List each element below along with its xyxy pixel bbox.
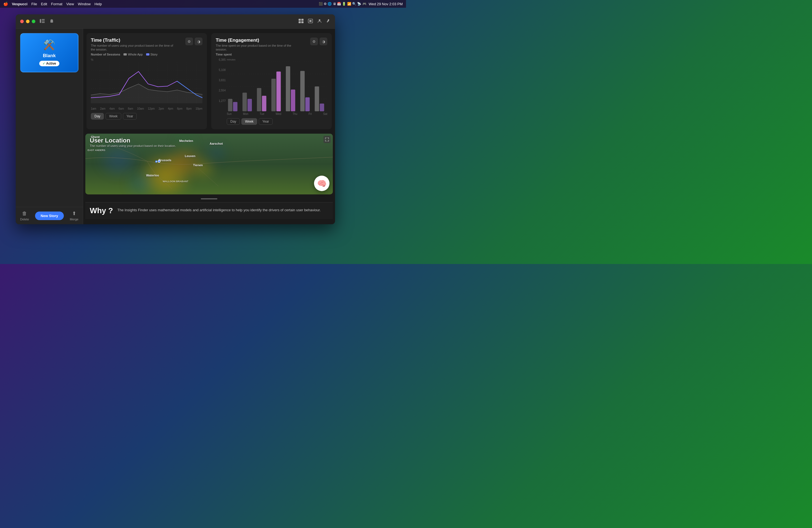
traffic-x-labels: 1am 2am 4am 6am 8am 10am 12pm 2pm 4pm 6p… (91, 107, 202, 110)
x-label-11: 10pm (195, 107, 202, 110)
hammer-icon[interactable] (326, 19, 331, 24)
badge-label: Active (46, 62, 56, 65)
user-location-panel: Ghent Mechelen Aarschot Brussels Leuven … (85, 134, 333, 194)
engagement-chart-actions: ⚙ ◑ (310, 38, 327, 45)
x-label-2: 4am (110, 107, 115, 110)
svg-rect-4 (299, 19, 301, 21)
traffic-contrast-button[interactable]: ◑ (195, 38, 202, 45)
engagement-year-filter[interactable]: Year (259, 118, 273, 125)
charts-row: Time (Traffic) The number of users using… (83, 29, 335, 131)
traffic-chart-legend: Number of Sessions Whole App Story (91, 53, 202, 56)
svg-rect-5 (301, 19, 304, 21)
brussels-dot (155, 160, 157, 163)
main-content: Time (Traffic) The number of users using… (83, 29, 335, 224)
legend-story-label: Story (150, 53, 158, 56)
map-title: User Location (90, 137, 176, 144)
engagement-y-axis: 6,385 5,108 3,831 2,554 1,277 (216, 58, 226, 108)
svg-point-10 (319, 19, 320, 21)
grid-view-icon[interactable] (299, 19, 304, 24)
app-body: ⚒️ Blank ✓ Active 🗑 Delete New Story ⬆ M… (16, 29, 335, 224)
waterloo-label: Waterloo (146, 174, 159, 177)
traffic-y-label: % (91, 58, 202, 61)
x-label-6: 12pm (148, 107, 155, 110)
menu-edit[interactable]: Edit (41, 2, 47, 6)
maximize-button[interactable] (32, 19, 35, 23)
traffic-chart-panel: Time (Traffic) The number of users using… (86, 33, 207, 129)
menu-format[interactable]: Format (51, 2, 62, 6)
brain-icon: 🧠 (317, 179, 327, 188)
delete-label: Delete (20, 218, 29, 221)
close-button[interactable] (20, 19, 24, 23)
sidebar-bottom: 🗑 Delete New Story ⬆ Merge (16, 207, 83, 224)
system-icons: ⬛ ⚙ 🌐 🖥 📅 🔋 📶 🔍 📡 🎮 (319, 2, 366, 6)
y-val-4: 1,277 (216, 99, 226, 102)
menu-help[interactable]: Help (95, 2, 102, 6)
app-window: ⚒️ Blank ✓ Active 🗑 Delete New Story ⬆ M… (16, 14, 335, 224)
app-name[interactable]: Vespucci (12, 2, 27, 6)
eng-x-5: Fri (308, 113, 312, 115)
x-label-8: 4pm (168, 107, 173, 110)
traffic-chart-title: Time (Traffic) (91, 38, 174, 43)
engagement-section-label: Time spent (216, 53, 327, 56)
frame-icon[interactable] (308, 19, 313, 24)
eng-x-2: Tue (260, 113, 264, 115)
menu-file[interactable]: File (31, 2, 37, 6)
minimize-button[interactable] (26, 19, 30, 23)
engagement-x-labels: Sun Mon Tue Wed Thu Fri Sat (227, 113, 327, 115)
svg-rect-3 (42, 22, 45, 23)
new-story-button[interactable]: New Story (35, 211, 64, 220)
traffic-line-chart (91, 62, 202, 106)
brain-button[interactable]: 🧠 (314, 176, 330, 191)
svg-rect-7 (301, 21, 304, 23)
traffic-time-filters: Day Week Year (91, 113, 202, 120)
svg-rect-33 (233, 102, 237, 111)
traffic-chart-actions: ⚙ ◑ (185, 38, 202, 45)
sidebar-toggle-icon[interactable] (40, 19, 45, 24)
svg-rect-32 (228, 99, 233, 111)
traffic-chart-info: Time (Traffic) The number of users using… (91, 38, 174, 52)
engagement-chart-panel: Time (Engagement) The time spent on your… (211, 33, 332, 129)
eng-x-3: Wed (276, 113, 281, 115)
traffic-day-filter[interactable]: Day (91, 113, 104, 120)
menu-view[interactable]: View (66, 2, 74, 6)
x-label-0: 1am (91, 107, 96, 110)
mechelen-label: Mechelen (179, 139, 193, 143)
apple-logo-icon[interactable]: 🍎 (3, 2, 8, 6)
why-text: The Insights Finder uses mathematical mo… (117, 206, 321, 213)
x-label-1: 2am (100, 107, 105, 110)
menu-window[interactable]: Window (78, 2, 91, 6)
merge-button[interactable]: ⬆ Merge (70, 210, 78, 221)
y-val-1: 5,108 (216, 69, 226, 72)
delete-button[interactable]: 🗑 Delete (20, 211, 29, 221)
svg-rect-2 (42, 20, 45, 21)
engagement-day-filter[interactable]: Day (227, 118, 240, 125)
engagement-settings-button[interactable]: ⚙ (310, 38, 318, 45)
svg-rect-44 (315, 86, 319, 111)
story-card-blank[interactable]: ⚒️ Blank ✓ Active (20, 33, 78, 72)
story-card-title: Blank (43, 53, 56, 59)
x-label-9: 6pm (177, 107, 182, 110)
legend-whole-app-label: Whole App (128, 53, 143, 56)
traffic-week-filter[interactable]: Week (105, 113, 121, 120)
map-subtitle: The number of users using your product b… (90, 144, 176, 147)
scroll-indicator-container (83, 196, 335, 201)
svg-rect-34 (243, 92, 247, 111)
engagement-contrast-button[interactable]: ◑ (320, 38, 327, 45)
traffic-settings-button[interactable]: ⚙ (185, 38, 193, 45)
person-icon[interactable] (317, 19, 322, 24)
svg-rect-36 (257, 88, 261, 111)
traffic-year-filter[interactable]: Year (123, 113, 137, 120)
engagement-chart-with-axis: 6,385 5,108 3,831 2,554 1,277 minutes (216, 58, 327, 125)
engagement-week-filter[interactable]: Week (242, 118, 257, 125)
map-expand-button[interactable] (323, 136, 331, 143)
map-canvas: Ghent Mechelen Aarschot Brussels Leuven … (85, 134, 333, 194)
merge-label: Merge (70, 218, 78, 221)
menubar: 🍎 Vespucci File Edit Format View Window … (0, 0, 406, 8)
x-label-5: 10am (137, 107, 144, 110)
legend-story: Story (146, 53, 158, 56)
title-bar (16, 14, 335, 29)
sidebar: ⚒️ Blank ✓ Active 🗑 Delete New Story ⬆ M… (16, 29, 83, 224)
ai-brain-icon[interactable] (49, 19, 54, 24)
menubar-left: 🍎 Vespucci File Edit Format View Window … (3, 2, 102, 6)
svg-rect-1 (42, 19, 45, 20)
